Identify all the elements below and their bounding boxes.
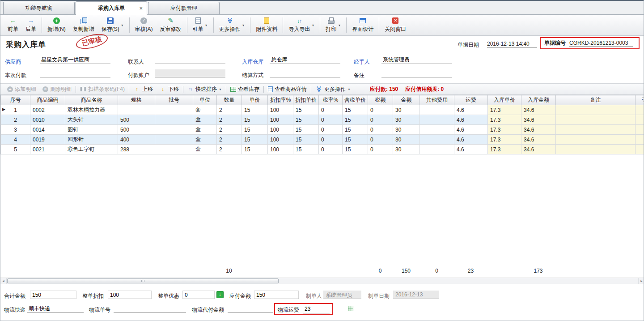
column-header[interactable]: 含税单价 [343,95,368,105]
dropdown-caret-icon[interactable]: ▼ [338,24,341,27]
delete-detail-button[interactable]: ✕删除明细 [39,86,75,93]
table-cell[interactable]: 30 [393,105,420,115]
payment-field[interactable] [40,69,110,77]
table-cell[interactable]: 双林木柄拉力器 [65,105,118,115]
contact-field[interactable] [155,56,225,64]
table-cell[interactable]: 彩色工字钉 [65,145,118,154]
table-cell[interactable]: 套 [193,105,217,115]
table-cell[interactable]: 回形针 [65,135,118,145]
dropdown-caret-icon[interactable]: ▼ [242,24,245,27]
tab-close-icon[interactable]: × [139,2,143,15]
table-cell[interactable]: 0 [368,125,393,135]
table-cell[interactable]: 17.3 [488,145,521,154]
dropdown-caret-icon[interactable]: ▼ [121,24,124,27]
attachment-button[interactable]: 附件资料 [252,15,281,35]
import-export-button[interactable]: 导入导出▼ [285,15,318,35]
table-cell[interactable]: 17.3 [488,125,521,135]
table-cell[interactable]: 4.6 [454,105,488,115]
table-cell[interactable]: 100 [268,125,293,135]
table-cell[interactable]: 4.6 [454,125,488,135]
table-cell[interactable]: 15 [293,135,319,145]
settlement-field[interactable] [270,69,340,77]
table-cell[interactable] [155,145,193,154]
table-cell[interactable]: ▶1 [1,105,30,115]
move-up-button[interactable]: ↑上移 [130,86,156,93]
table-cell[interactable]: 盒 [193,115,217,125]
table-cell[interactable]: 0 [368,135,393,145]
table-cell[interactable]: 34.6 [521,105,556,115]
table-cell[interactable] [636,115,644,125]
table-cell[interactable]: 15 [242,145,268,154]
table-cell[interactable]: 15 [293,125,319,135]
table-cell[interactable]: 0019 [30,135,65,145]
order-discount-field[interactable] [108,291,152,299]
column-header[interactable]: 其他费用 [420,95,454,105]
table-cell[interactable]: 盒 [193,135,217,145]
table-cell[interactable]: 100 [268,145,293,154]
table-cell[interactable]: 0 [368,105,393,115]
table-cell[interactable]: 30 [393,125,420,135]
table-cell[interactable] [155,105,193,115]
table-cell[interactable]: 0010 [30,115,65,125]
dropdown-caret-icon[interactable]: ▼ [311,24,314,27]
table-cell[interactable]: 0 [368,145,393,154]
table-cell[interactable] [636,105,644,115]
total-amount-field[interactable] [30,291,76,299]
table-cell[interactable]: 大头针 [65,115,118,125]
table-cell[interactable]: 2 [217,115,242,125]
column-header[interactable]: 税额 [368,95,393,105]
scroll-right-icon[interactable]: ► [638,278,644,284]
table-cell[interactable]: 5 [1,145,30,154]
copy-new-button[interactable]: 复制新增 [69,15,98,35]
audit-button[interactable]: ✓审核(A) [131,15,157,35]
column-header[interactable]: 税率% [319,95,343,105]
tab-payables[interactable]: 应付款管理 [148,2,220,14]
dropdown-caret-icon[interactable]: ▼ [347,88,351,91]
table-cell[interactable]: 100 [268,105,293,115]
order-preferential-field[interactable] [182,291,215,299]
table-cell[interactable]: 34.6 [521,135,556,145]
table-cell[interactable]: 盒 [193,145,217,154]
next-doc-button[interactable]: →后单 [22,15,40,35]
table-cell[interactable] [420,105,454,115]
column-header[interactable]: 商品编码 [30,95,65,105]
table-cell[interactable]: 0 [319,105,343,115]
column-header[interactable]: 单位 [193,95,217,105]
column-header[interactable]: 单价 [242,95,268,105]
table-cell[interactable]: 500 [118,115,155,125]
column-header[interactable]: 入库单价 [488,95,521,105]
column-header[interactable]: 备注 [556,95,636,105]
prev-doc-button[interactable]: ←前单 [4,15,22,35]
table-cell[interactable]: 0 [319,115,343,125]
table-cell[interactable]: 0 [319,135,343,145]
express-field[interactable] [27,305,84,313]
view-product-button[interactable]: 查看商品详情 [265,86,310,93]
scan-barcode-button[interactable]: 扫描条形码(F4) [77,86,128,93]
table-cell[interactable]: 15 [343,145,368,154]
unaudit-modify-button[interactable]: ✎反审修改 [157,15,185,35]
table-cell[interactable]: 15 [242,105,268,115]
save-button[interactable]: 保存(S)▼ [98,15,127,35]
column-header[interactable]: 折扣单价 [293,95,319,105]
table-cell[interactable]: 15 [242,115,268,125]
supplier-field[interactable] [40,56,110,64]
table-cell[interactable] [636,125,644,135]
table-cell[interactable]: 2 [1,115,30,125]
column-header[interactable]: 金额 [393,95,420,105]
tab-purchase-inbound[interactable]: 采购入库单 × [76,1,147,15]
table-cell[interactable]: 15 [293,105,319,115]
table-cell[interactable]: 2 [217,135,242,145]
table-cell[interactable]: 0 [319,125,343,135]
table-cell[interactable]: 100 [268,135,293,145]
table-cell[interactable]: 30 [393,135,420,145]
table-cell[interactable]: 15 [293,115,319,125]
table-cell[interactable] [420,135,454,145]
table-cell[interactable] [420,145,454,154]
pull-order-button[interactable]: 引单▼ [189,15,212,35]
remark-field[interactable] [381,69,452,77]
cod-amount-field[interactable] [228,305,273,313]
view-stock-button[interactable]: 查看库存 [227,86,263,93]
table-cell[interactable]: 17.3 [488,115,521,125]
table-cell[interactable]: 2 [217,145,242,154]
table-cell[interactable]: 盒 [193,125,217,135]
